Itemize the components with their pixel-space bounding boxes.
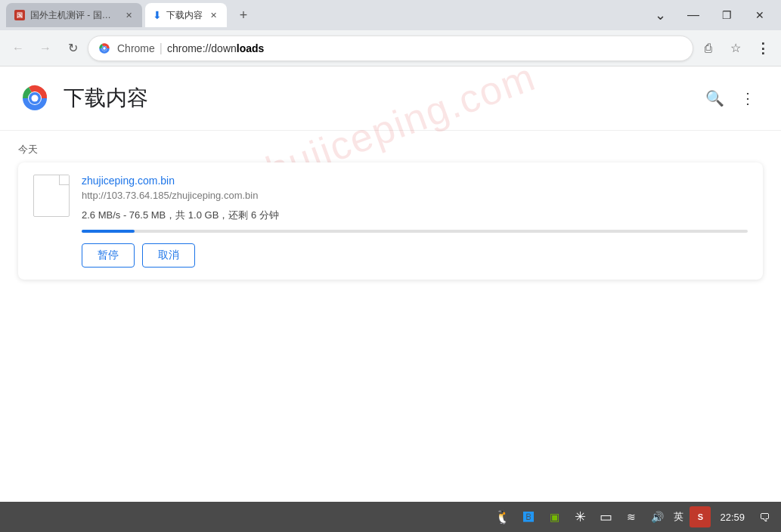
navbar: ← → ↻ Chrome | [0,30,781,66]
share-icon: ⎙ [705,42,712,55]
titlebar: 国 国外主机测评 - 国外VPS， ✕ ⬇ 下载内容 ✕ + ⌄ — ❐ ✕ [0,0,781,30]
downloads-more-icon: ⋮ [740,89,755,107]
download-icon: ⬇ [153,9,162,21]
page-title: 下载内容 [64,84,148,113]
section-today-label: 今天 [18,143,763,156]
maximize-button[interactable]: ❐ [711,3,742,27]
tab-active[interactable]: ⬇ 下载内容 ✕ [145,3,227,27]
address-text: Chrome | chrome://downloads [117,42,264,55]
file-icon [33,175,70,217]
pause-button[interactable]: 暂停 [82,243,135,268]
cancel-button[interactable]: 取消 [142,243,195,268]
download-speed-info: 2.6 MB/s - 76.5 MB，共 1.0 GB，还剩 6 分钟 [82,209,748,222]
back-button[interactable]: ← [6,36,30,60]
taskbar-wifi-icon[interactable]: ≋ [621,506,642,527]
active-tab-download-icon: ⬇ [153,9,162,21]
window-controls: ⌄ — ❐ ✕ [645,3,775,27]
browser-menu-button[interactable]: ⋮ [751,36,775,60]
taskbar-sogou-icon[interactable]: S [690,506,711,527]
page-header-actions: 🔍 ⋮ [699,83,763,113]
close-window-button[interactable]: ✕ [745,3,775,27]
downloads-section: 今天 zhujiceping.com.bin http://103.73.64.… [0,131,781,292]
download-filename-link[interactable]: zhujiceping.com.bin [82,175,748,187]
bookmark-icon: ☆ [730,41,741,55]
back-icon: ← [12,42,24,55]
nav-actions: ⎙ ☆ ⋮ [696,36,775,60]
taskbar-bluetooth-icon[interactable]: 🅱 [518,506,539,527]
taskbar-clock: 22:59 [715,512,749,523]
new-tab-button[interactable]: + [233,5,254,26]
refresh-button[interactable]: ↻ [60,36,85,60]
download-info: zhujiceping.com.bin http://103.73.64.185… [82,175,748,268]
address-separator: | [160,42,163,55]
search-downloads-button[interactable]: 🔍 [699,83,730,113]
forward-icon: → [39,42,51,55]
chrome-logo-large-icon [18,82,51,115]
taskbar-volume-icon[interactable]: 🔊 [646,506,668,527]
url-highlight: loads [237,42,265,54]
more-icon: ⋮ [756,40,770,57]
tab-inactive[interactable]: 国 国外主机测评 - 国外VPS， ✕ [6,3,142,27]
svg-point-4 [103,47,105,49]
address-url: chrome://downloads [167,42,264,54]
page-content: zhujiceping.com 下载内容 🔍 ⋮ [0,66,781,502]
browser-name-label: Chrome [117,42,155,54]
download-card: zhujiceping.com.bin http://103.73.64.185… [18,162,763,280]
page-header: 下载内容 🔍 ⋮ [0,66,781,131]
progress-bar-container [82,230,748,233]
address-bar[interactable]: Chrome | chrome://downloads [88,36,693,61]
address-bar-favicon [98,42,111,55]
taskbar-color-icon[interactable]: ✳ [569,506,590,527]
taskbar-nvidia-icon[interactable]: ▣ [544,506,565,527]
inactive-tab-title: 国外主机测评 - 国外VPS， [30,9,118,22]
inactive-tab-close-button[interactable]: ✕ [122,9,135,21]
taskbar: 🐧 🅱 ▣ ✳ ▭ ≋ 🔊 英 S 22:59 🗨 [0,502,781,532]
taskbar-battery-icon[interactable]: ▭ [595,506,616,527]
search-icon: 🔍 [705,89,724,107]
inactive-tab-favicon: 国 [14,9,26,21]
download-actions: 暂停 取消 [82,243,748,268]
taskbar-language-label[interactable]: 英 [672,510,685,524]
page-header-left: 下载内容 [18,82,148,115]
svg-point-8 [32,95,39,102]
forward-button[interactable]: → [33,36,57,60]
active-tab-close-button[interactable]: ✕ [207,9,219,21]
minimize-window-button[interactable]: — [678,3,708,27]
taskbar-qq-icon[interactable]: 🐧 [492,506,513,527]
downloads-more-button[interactable]: ⋮ [733,83,763,113]
progress-bar-fill [82,230,135,233]
download-url: http://103.73.64.185/zhujiceping.com.bin [82,190,748,201]
chrome-logo-small-icon [98,36,111,60]
taskbar-notifications-icon[interactable]: 🗨 [754,506,775,527]
favicon-red-icon: 国 [14,10,25,20]
share-button[interactable]: ⎙ [696,36,721,60]
bookmark-button[interactable]: ☆ [724,36,748,60]
minimize-button[interactable]: ⌄ [645,3,675,27]
active-tab-title: 下载内容 [166,9,203,22]
refresh-icon: ↻ [68,41,78,55]
